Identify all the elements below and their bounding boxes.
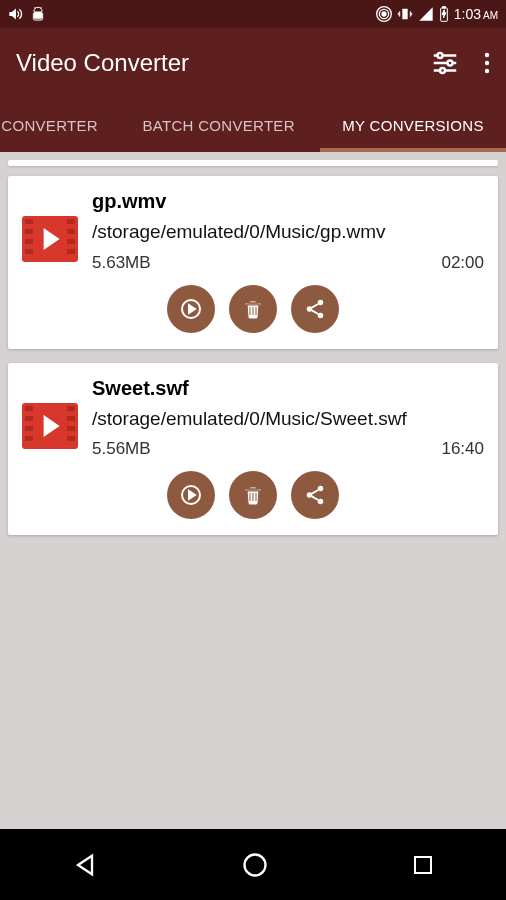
- file-name: gp.wmv: [92, 190, 484, 213]
- file-path: /storage/emulated/0/Music/gp.wmv: [92, 219, 484, 245]
- svg-point-15: [485, 53, 489, 57]
- clock-ampm: AM: [483, 10, 498, 21]
- volume-icon: [8, 6, 24, 22]
- play-button[interactable]: [167, 471, 215, 519]
- svg-point-19: [318, 299, 324, 305]
- svg-point-16: [485, 61, 489, 65]
- play-button[interactable]: [167, 285, 215, 333]
- svg-point-3: [382, 12, 386, 16]
- tab-converter[interactable]: CONVERTER: [0, 98, 117, 152]
- content-area: gp.wmv /storage/emulated/0/Music/gp.wmv …: [0, 152, 506, 830]
- clock-time: 1:03 AM: [454, 6, 498, 22]
- file-name: Sweet.swf: [92, 377, 484, 400]
- cast-icon: [376, 6, 392, 22]
- svg-point-20: [307, 306, 313, 312]
- share-button[interactable]: [291, 285, 339, 333]
- recent-apps-button[interactable]: [411, 853, 435, 877]
- svg-point-2: [39, 9, 40, 10]
- svg-point-24: [307, 493, 313, 499]
- file-duration: 16:40: [441, 439, 484, 459]
- tab-label: MY CONVERSIONS: [342, 117, 483, 134]
- app-bar: Video Converter: [0, 28, 506, 98]
- android-icon: [30, 6, 46, 22]
- tab-my-conversions[interactable]: MY CONVERSIONS: [320, 98, 506, 152]
- svg-rect-6: [402, 9, 407, 20]
- svg-point-1: [35, 9, 36, 10]
- svg-rect-0: [34, 12, 42, 19]
- svg-point-23: [318, 486, 324, 492]
- svg-rect-8: [442, 7, 445, 8]
- svg-rect-27: [415, 857, 431, 873]
- delete-button[interactable]: [229, 471, 277, 519]
- tab-batch-converter[interactable]: BATCH CONVERTER: [117, 98, 320, 152]
- file-size: 5.63MB: [92, 253, 151, 273]
- video-file-icon: [22, 216, 78, 262]
- back-button[interactable]: [71, 851, 99, 879]
- svg-point-17: [485, 69, 489, 73]
- home-button[interactable]: [241, 851, 269, 879]
- battery-icon: [438, 6, 450, 22]
- app-title: Video Converter: [16, 49, 430, 77]
- delete-button[interactable]: [229, 285, 277, 333]
- status-bar: 1:03 AM: [0, 0, 506, 28]
- video-file-icon: [22, 403, 78, 449]
- settings-sliders-icon[interactable]: [430, 48, 460, 78]
- svg-point-13: [448, 61, 453, 66]
- svg-point-12: [438, 53, 443, 58]
- svg-point-14: [440, 68, 445, 73]
- conversion-card: Sweet.swf /storage/emulated/0/Music/Swee…: [8, 363, 498, 536]
- share-button[interactable]: [291, 471, 339, 519]
- file-size: 5.56MB: [92, 439, 151, 459]
- svg-point-26: [245, 855, 266, 876]
- system-navbar: [0, 830, 506, 900]
- svg-point-25: [318, 499, 324, 505]
- card-sliver: [8, 160, 498, 166]
- tabs: CONVERTER BATCH CONVERTER MY CONVERSIONS: [0, 98, 506, 152]
- tab-label: CONVERTER: [1, 117, 98, 134]
- overflow-menu-icon[interactable]: [484, 51, 490, 75]
- tab-label: BATCH CONVERTER: [142, 117, 294, 134]
- svg-point-21: [318, 312, 324, 318]
- file-duration: 02:00: [441, 253, 484, 273]
- signal-icon: [418, 6, 434, 22]
- conversion-card: gp.wmv /storage/emulated/0/Music/gp.wmv …: [8, 176, 498, 349]
- file-path: /storage/emulated/0/Music/Sweet.swf: [92, 406, 484, 432]
- vibrate-icon: [396, 6, 414, 22]
